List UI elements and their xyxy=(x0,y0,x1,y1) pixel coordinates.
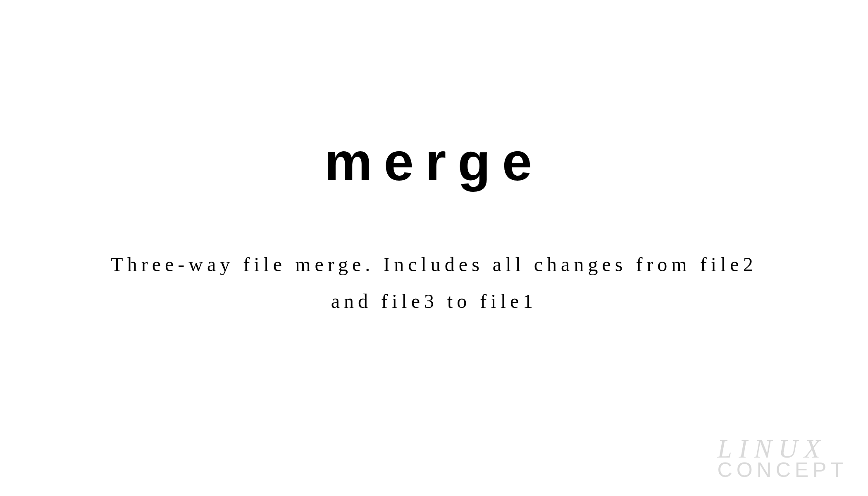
watermark-text-line2: CONCEPT xyxy=(718,461,847,479)
command-description: Three-way file merge. Includes all chang… xyxy=(103,246,765,320)
brand-watermark: LINUX CONCEPT xyxy=(718,437,847,479)
watermark-text-line1: LINUX xyxy=(718,437,847,461)
slide-content: merge Three-way file merge. Includes all… xyxy=(0,131,868,320)
command-title: merge xyxy=(0,131,868,193)
